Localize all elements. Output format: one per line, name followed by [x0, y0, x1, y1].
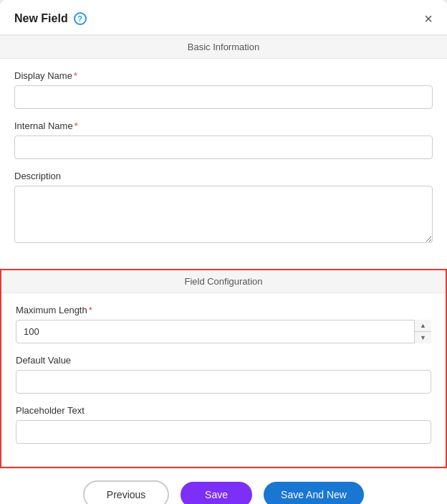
description-label: Description — [14, 171, 433, 181]
default-value-group: Default Value — [16, 355, 431, 394]
internal-name-label: Internal Name* — [14, 120, 433, 131]
field-config-section: Field Configuration Maximum Length* ▲ — [0, 269, 447, 468]
spinner-down-button[interactable]: ▼ — [415, 332, 431, 343]
max-length-required: * — [89, 305, 92, 315]
internal-name-input[interactable] — [14, 135, 433, 159]
max-length-wrapper: ▲ ▼ — [16, 320, 431, 343]
max-length-label: Maximum Length* — [16, 305, 431, 315]
max-length-input[interactable] — [16, 320, 431, 343]
previous-button[interactable]: Previous — [83, 480, 169, 504]
internal-name-group: Internal Name* — [14, 120, 433, 159]
placeholder-text-input[interactable] — [16, 420, 431, 444]
spinner-up-icon: ▲ — [420, 322, 426, 329]
display-name-input[interactable] — [14, 85, 433, 109]
placeholder-text-label: Placeholder Text — [16, 405, 431, 416]
modal-container: New Field ? × Basic Information Display … — [0, 0, 447, 504]
spinner-buttons: ▲ ▼ — [414, 320, 431, 343]
default-value-label: Default Value — [16, 355, 431, 366]
field-config-section-header: Field Configuration — [1, 270, 446, 293]
modal-title-area: New Field ? — [14, 12, 87, 25]
display-name-label: Display Name* — [14, 70, 433, 81]
display-name-group: Display Name* — [14, 70, 433, 109]
modal-body: Basic Information Display Name* Internal… — [0, 35, 447, 468]
close-icon[interactable]: × — [424, 11, 433, 26]
help-icon[interactable]: ? — [74, 12, 87, 25]
placeholder-text-group: Placeholder Text — [16, 405, 431, 444]
description-group: Description — [14, 171, 433, 246]
modal-title: New Field — [14, 12, 68, 25]
display-name-required: * — [74, 70, 77, 81]
basic-info-section-header: Basic Information — [0, 35, 447, 59]
spinner-down-icon: ▼ — [420, 334, 426, 341]
max-length-group: Maximum Length* ▲ ▼ — [16, 305, 431, 343]
field-config-body: Maximum Length* ▲ ▼ — [1, 293, 446, 467]
internal-name-required: * — [74, 120, 78, 131]
basic-info-section-body: Display Name* Internal Name* Description — [0, 59, 447, 269]
spinner-up-button[interactable]: ▲ — [415, 320, 431, 332]
save-button[interactable]: Save — [181, 482, 252, 504]
description-input[interactable] — [14, 186, 433, 243]
modal-header: New Field ? × — [0, 0, 447, 35]
save-and-new-button[interactable]: Save And New — [264, 482, 364, 504]
default-value-input[interactable] — [16, 370, 431, 394]
modal-footer: Previous Save Save And New — [0, 468, 447, 504]
